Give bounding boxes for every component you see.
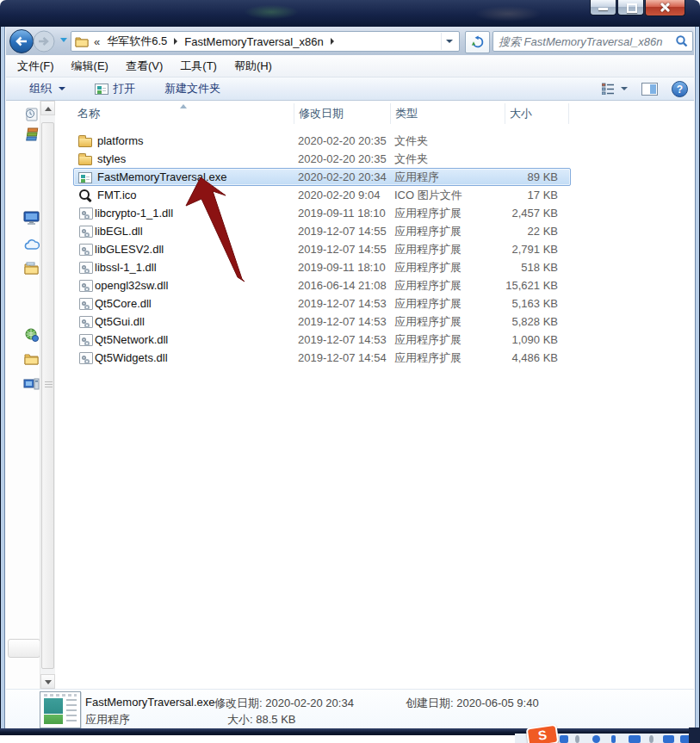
file-size: 5,163 KB — [505, 297, 567, 310]
search-icon[interactable] — [675, 34, 689, 48]
search-input[interactable] — [497, 34, 675, 49]
cloud-icon[interactable] — [23, 238, 40, 254]
column-header-date[interactable]: 修改日期 — [294, 103, 391, 124]
back-button[interactable] — [9, 28, 34, 57]
breadcrumb-overflow[interactable]: « — [90, 35, 102, 48]
file-date: 2020-02-20 9:04 — [294, 189, 390, 201]
tray-icon[interactable] — [611, 735, 616, 743]
file-size: 15,621 KB — [505, 279, 567, 292]
taskbar-tray-sliver: S — [515, 734, 700, 743]
frame-corner — [689, 728, 700, 743]
dll-icon — [79, 280, 93, 292]
file-row[interactable]: Qt5Network.dll 2019-12-07 14:53 应用程序扩展 1… — [73, 331, 571, 349]
tray-icon[interactable] — [575, 735, 579, 743]
file-row[interactable]: FastMemoryTraversal.exe 2020-02-20 20:34… — [73, 168, 571, 186]
file-row[interactable]: styles 2020-02-20 20:35 文件夹 — [73, 150, 571, 168]
file-name: libcrypto-1_1.dll — [95, 207, 173, 220]
scroll-down-button[interactable] — [40, 674, 55, 689]
recent-pages-dropdown-icon[interactable] — [60, 38, 67, 42]
scrollbar-grip — [45, 381, 53, 388]
breadcrumb-item[interactable]: FastMemoryTraversal_x86n — [179, 35, 328, 48]
refresh-button[interactable] — [465, 31, 490, 53]
file-size: 17 KB — [505, 189, 567, 201]
new-folder-button[interactable]: 新建文件夹 — [164, 81, 220, 96]
command-toolbar: 组织 打开 新建文件夹 — [3, 77, 697, 101]
minimize-icon — [598, 8, 608, 10]
menu-help[interactable]: 帮助(H) — [226, 56, 281, 77]
tray-icon[interactable] — [592, 735, 600, 743]
file-row[interactable]: libGLESV2.dll 2019-12-07 14:55 应用程序扩展 2,… — [73, 240, 571, 258]
breadcrumb-separator-icon[interactable] — [331, 38, 334, 45]
desktop-icon[interactable] — [23, 209, 40, 229]
file-row[interactable]: FMT.ico 2020-02-20 9:04 ICO 图片文件 17 KB — [73, 186, 571, 204]
preview-pane-button[interactable] — [641, 83, 658, 96]
file-name: Qt5Core.dll — [95, 297, 152, 310]
address-bar[interactable]: « 华军软件6.5 FastMemoryTraversal_x86n — [71, 31, 460, 52]
maximize-button[interactable] — [617, 0, 644, 15]
file-row[interactable]: Qt5Gui.dll 2019-12-07 14:53 应用程序扩展 5,828… — [73, 313, 571, 331]
refresh-icon — [471, 35, 485, 49]
file-size: 5,828 KB — [505, 315, 567, 328]
selected-file-icon — [40, 691, 81, 728]
open-button[interactable]: 打开 — [95, 81, 135, 96]
close-button[interactable] — [645, 0, 685, 16]
breadcrumb-separator-icon[interactable] — [174, 38, 177, 45]
network-icon[interactable] — [23, 327, 40, 345]
tray-icon[interactable] — [629, 735, 641, 743]
scrollbar-thumb[interactable] — [41, 122, 54, 669]
folder-icon[interactable] — [23, 352, 40, 368]
app-icon — [78, 172, 92, 183]
dll-icon — [79, 316, 93, 328]
file-type: 应用程序扩展 — [390, 206, 505, 221]
file-row[interactable]: opengl32sw.dll 2016-06-14 21:08 应用程序扩展 1… — [73, 276, 571, 294]
column-header-type[interactable]: 类型 — [391, 103, 505, 124]
menu-tools[interactable]: 工具(T) — [171, 56, 226, 77]
file-type: 文件夹 — [390, 152, 505, 167]
file-name: libssl-1_1.dll — [95, 261, 157, 274]
file-list-pane: 名称 修改日期 类型 大小 platforms 2020-02-20 20:35… — [54, 101, 694, 689]
recent-places-icon[interactable] — [23, 107, 39, 125]
computer-icon[interactable] — [23, 376, 40, 394]
nav-vertical-scrollbar[interactable] — [40, 101, 55, 689]
scroll-up-button[interactable] — [40, 101, 55, 115]
file-row[interactable]: libEGL.dll 2019-12-07 14:55 应用程序扩展 22 KB — [73, 222, 571, 240]
nav-horizontal-scrollbar-thumb[interactable] — [8, 639, 40, 658]
ime-logo[interactable]: S — [526, 724, 560, 743]
dll-icon — [79, 352, 93, 364]
list-view-icon — [602, 83, 615, 95]
change-view-button[interactable] — [602, 83, 628, 95]
chevron-down-icon — [446, 40, 453, 43]
forward-button[interactable] — [33, 30, 55, 55]
menu-view[interactable]: 查看(V) — [117, 56, 171, 77]
file-row[interactable]: Qt5Widgets.dll 2019-12-07 14:54 应用程序扩展 4… — [73, 349, 571, 367]
breadcrumb-item[interactable]: 华军软件6.5 — [102, 34, 172, 49]
address-folder-icon — [75, 35, 89, 47]
tray-icon[interactable] — [663, 735, 674, 743]
address-dropdown-button[interactable] — [441, 33, 457, 50]
menu-edit[interactable]: 编辑(E) — [63, 56, 117, 77]
file-type: 应用程序扩展 — [390, 242, 505, 257]
libraries-icon[interactable] — [23, 127, 39, 145]
file-row[interactable]: libcrypto-1_1.dll 2019-09-11 18:10 应用程序扩… — [73, 204, 571, 222]
file-name: Qt5Widgets.dll — [95, 351, 168, 364]
organize-button[interactable]: 组织 — [29, 81, 65, 96]
forward-icon — [33, 30, 55, 53]
help-button[interactable]: ? — [672, 81, 688, 97]
column-header-size[interactable]: 大小 — [505, 103, 569, 124]
documents-folder-icon[interactable] — [23, 261, 40, 278]
details-line-2: 应用程序 大小: 88.5 KB — [85, 712, 130, 728]
minimize-button[interactable] — [590, 0, 616, 15]
file-row[interactable]: Qt5Core.dll 2019-12-07 14:53 应用程序扩展 5,16… — [73, 294, 571, 313]
open-label: 打开 — [113, 81, 135, 96]
column-header-name[interactable]: 名称 — [73, 103, 294, 124]
menu-file[interactable]: 文件(F) — [9, 56, 63, 77]
details-file-type: 应用程序 — [85, 713, 130, 726]
file-size: 22 KB — [505, 225, 567, 238]
tray-icon[interactable] — [649, 735, 654, 743]
maximize-icon — [627, 3, 637, 13]
tray-icon[interactable] — [560, 735, 568, 743]
file-row[interactable]: libssl-1_1.dll 2019-09-11 18:10 应用程序扩展 5… — [73, 258, 571, 276]
file-date: 2019-12-07 14:53 — [294, 297, 390, 310]
file-date: 2020-02-20 20:35 — [294, 134, 390, 147]
file-row[interactable]: platforms 2020-02-20 20:35 文件夹 — [73, 132, 571, 150]
